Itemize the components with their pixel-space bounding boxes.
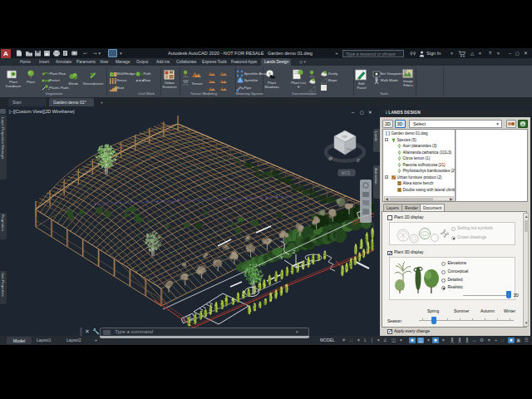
svg-text:X: X [311,259,314,264]
svg-text:TOP: TOP [342,135,347,139]
svg-text:WCS: WCS [342,171,351,175]
svg-text:Y: Y [280,255,283,260]
